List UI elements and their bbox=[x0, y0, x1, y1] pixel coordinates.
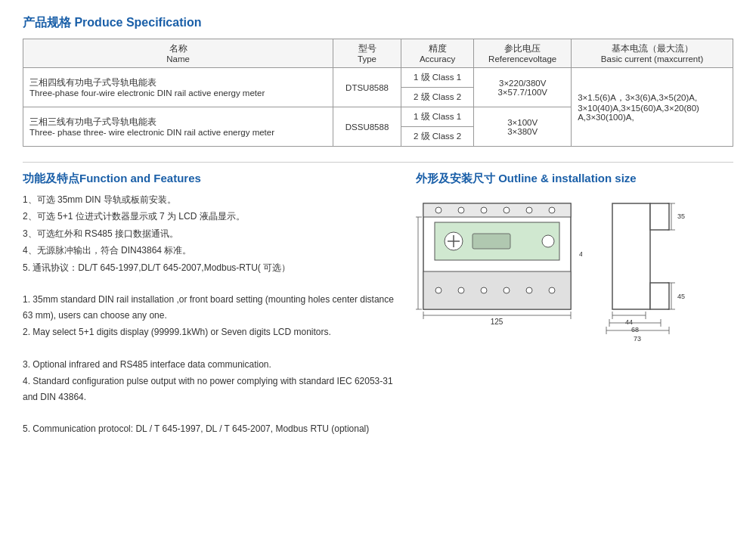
row2-name-zh: 三相三线有功电子式导轨电能表 bbox=[29, 117, 156, 126]
row1-class1: 1 级 Class 1 bbox=[401, 68, 473, 88]
row2-type: DSSU8588 bbox=[333, 107, 401, 147]
row1-name-en: Three-phase four-wire electronic DIN rai… bbox=[29, 88, 265, 98]
svg-text:73: 73 bbox=[634, 335, 641, 343]
features-title: 功能及特点Function and Features bbox=[23, 172, 401, 186]
svg-rect-31 bbox=[650, 203, 669, 230]
base-current-all: 3×1.5(6)A，3×3(6)A,3×5(20)A, 3×10(40)A,3×… bbox=[572, 68, 733, 147]
row1-name: 三相四线有功电子式导轨电能表 Three-phase four-wire ele… bbox=[23, 68, 333, 107]
col-header-accuracy: 精度 Accuracy bbox=[401, 39, 473, 68]
svg-point-15 bbox=[435, 287, 442, 293]
features-content: 1、可选 35mm DIN 导轨或板前安装。 2、可选 5+1 位进式计数器显示… bbox=[23, 192, 401, 437]
svg-point-20 bbox=[549, 287, 555, 293]
feature-en-5: 5. Communication protocol: DL / T 645-19… bbox=[23, 421, 401, 436]
divider bbox=[23, 162, 733, 163]
row1-refvoltage: 3×220/380V 3×57.7/100V bbox=[474, 68, 572, 107]
row2-name: 三相三线有功电子式导轨电能表 Three- phase three- wire … bbox=[23, 107, 333, 147]
svg-point-17 bbox=[481, 287, 487, 293]
svg-point-18 bbox=[503, 287, 510, 293]
col-basecurrent-en: Basic current (maxcurrent) bbox=[601, 54, 703, 64]
feature-zh-4: 4、无源脉冲输出，符合 DIN43864 标准。 bbox=[23, 243, 401, 258]
svg-rect-32 bbox=[650, 283, 669, 309]
row2-class1: 1 级 Class 1 bbox=[401, 107, 473, 127]
svg-point-16 bbox=[458, 287, 464, 293]
outline-column: 外形及安装尺寸 Outline & installation size bbox=[416, 172, 733, 439]
col-type-zh: 型号 bbox=[358, 44, 376, 53]
spec-section-title: 产品规格 Produce Specification bbox=[23, 15, 733, 31]
svg-text:43: 43 bbox=[579, 250, 582, 258]
feature-zh-5: 5. 通讯协议：DL/T 645-1997,DL/T 645-2007,Modb… bbox=[23, 260, 401, 275]
col-refvolt-zh: 参比电压 bbox=[504, 44, 541, 53]
svg-text:125: 125 bbox=[491, 318, 503, 326]
col-name-zh: 名称 bbox=[169, 44, 187, 53]
col-refvolt-en: Referencevoltage bbox=[488, 54, 556, 64]
col-header-type: 型号 Type bbox=[333, 39, 401, 68]
col-header-ref-voltage: 参比电压 Referencevoltage bbox=[474, 39, 572, 68]
svg-text:35: 35 bbox=[677, 212, 685, 220]
side-view-drawing: 35 45 44 68 73 bbox=[597, 196, 696, 347]
table-row: 三相四线有功电子式导轨电能表 Three-phase four-wire ele… bbox=[23, 68, 733, 88]
feature-en-4: 4. Standard configuration pulse output w… bbox=[23, 374, 401, 405]
svg-text:44: 44 bbox=[625, 318, 633, 326]
row1-type: DTSU8588 bbox=[333, 68, 401, 107]
row2-class2: 2 级 Class 2 bbox=[401, 127, 473, 147]
row1-class2: 2 级 Class 2 bbox=[401, 88, 473, 107]
row2-refvoltage: 3×100V 3×380V bbox=[474, 107, 572, 147]
feature-zh-3: 3、可选红外和 RS485 接口数据通讯。 bbox=[23, 226, 401, 241]
features-column: 功能及特点Function and Features 1、可选 35mm DIN… bbox=[23, 172, 401, 439]
svg-point-4 bbox=[481, 207, 487, 213]
feature-en-3: 3. Optional infrared and RS485 interface… bbox=[23, 357, 401, 372]
svg-point-13 bbox=[542, 235, 554, 247]
feature-zh-2: 2、可选 5+1 位进式计数器显示或 7 为 LCD 液晶显示。 bbox=[23, 209, 401, 224]
feature-en-2: 2. May select 5+1 digits display (99999.… bbox=[23, 324, 401, 340]
svg-rect-30 bbox=[612, 203, 650, 309]
col-accuracy-zh: 精度 bbox=[429, 44, 447, 53]
row2-name-en: Three- phase three- wire electronic DIN … bbox=[29, 128, 274, 137]
front-view-drawing: 125 80 43 bbox=[416, 196, 582, 347]
row1-name-zh: 三相四线有功电子式导轨电能表 bbox=[29, 78, 156, 87]
svg-point-5 bbox=[503, 207, 510, 213]
svg-rect-12 bbox=[472, 234, 510, 249]
col-name-en: Name bbox=[166, 54, 190, 64]
svg-text:45: 45 bbox=[677, 293, 685, 300]
col-header-name: 名称 Name bbox=[23, 39, 333, 68]
col-header-base-current: 基本电流（最大流） Basic current (maxcurrent) bbox=[572, 39, 733, 68]
svg-point-19 bbox=[526, 287, 532, 293]
svg-point-2 bbox=[435, 207, 442, 213]
feature-en-1: 1. 35mm standard DIN rail installation ,… bbox=[23, 292, 401, 323]
col-type-en: Type bbox=[358, 54, 376, 64]
svg-point-3 bbox=[458, 207, 464, 213]
svg-text:68: 68 bbox=[631, 326, 639, 333]
col-basecurrent-zh: 基本电流（最大流） bbox=[612, 44, 693, 53]
svg-point-6 bbox=[526, 207, 532, 213]
spec-table: 名称 Name 型号 Type 精度 Accuracy 参比电压 Referen… bbox=[23, 39, 733, 147]
feature-zh-1: 1、可选 35mm DIN 导轨或板前安装。 bbox=[23, 192, 401, 207]
outline-title: 外形及安装尺寸 Outline & installation size bbox=[416, 172, 733, 186]
svg-point-7 bbox=[549, 207, 555, 213]
bottom-section: 功能及特点Function and Features 1、可选 35mm DIN… bbox=[23, 172, 733, 439]
technical-drawing: 125 80 43 35 bbox=[416, 192, 733, 347]
col-accuracy-en: Accuracy bbox=[420, 54, 455, 64]
